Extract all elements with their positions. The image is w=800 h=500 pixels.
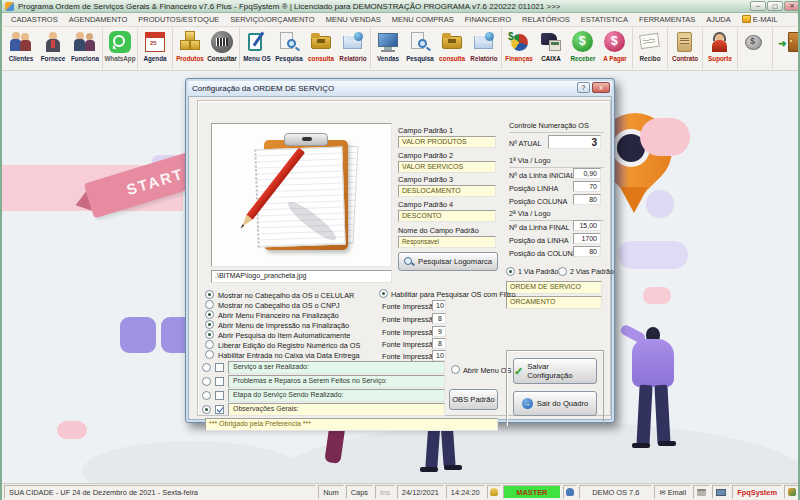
toolbar-contrato[interactable]: Contrato [669,28,701,69]
opt-celular-radio[interactable] [205,290,214,299]
toolbar-financas[interactable]: $ Finanças [503,28,535,69]
num-atual-field[interactable]: 3 [548,135,601,149]
opt-menu-financeiro-label: Abrir Menu Financeiro na Finalização [218,311,339,320]
etapa-servico-field[interactable]: Etapa do Serviço Sendo Realizado: [228,389,445,402]
menu-email[interactable]: E-MAIL [737,15,783,24]
toolbar-produtos[interactable]: Produtos [174,28,206,69]
menu-agendamento[interactable]: AGENDAMENTO [64,15,133,24]
menu-financeiro[interactable]: FINANCEIRO [460,15,516,24]
radio-2-vias-padrao[interactable] [558,267,567,276]
campo2-field[interactable]: VALOR SERVICOS [398,161,496,173]
orcamento-name-field[interactable]: ORCAMENTO [506,296,602,309]
menu-compras[interactable]: MENU COMPRAS [387,15,459,24]
ordem-servico-name-field[interactable]: ORDEM DE SERVICO [506,281,602,294]
supplier-icon [41,30,65,54]
menu-servico-orcamento[interactable]: SERVIÇO/ORÇAMENTO [225,15,319,24]
campo1-field[interactable]: VALOR PRODUTOS [398,136,496,148]
via2-row3-field[interactable]: 80 [573,246,601,257]
maximize-button[interactable]: ▢ [767,1,783,11]
servico-realizado-radio[interactable] [202,363,211,372]
toolbar-consulta-1[interactable]: consulta [305,28,337,69]
toolbar-consulta-2[interactable]: consulta [436,28,468,69]
via2-row1-field[interactable]: 15,00 [573,220,601,231]
toolbar-suporte[interactable]: Suporte [704,28,736,69]
via1-row1-field[interactable]: 0,90 [573,168,601,179]
toolbar-funciona[interactable]: Funciona [69,28,101,69]
toolbar-menu-os[interactable]: Menu OS [241,28,273,69]
observacoes-gerais-checkbox[interactable] [215,405,224,414]
campo3-field[interactable]: DESLOCAMENTO [398,185,496,197]
opt-liberar-edicao-radio[interactable] [205,340,214,349]
magnifier-icon [404,257,414,267]
observacoes-gerais-field[interactable]: Observações Gerais: [228,403,445,416]
status-printer[interactable] [693,485,710,499]
via2-row2-field[interactable]: 1700 [573,233,601,244]
toolbar-receber[interactable]: $ Receber [567,28,599,69]
toolbar-coin[interactable]: $ [739,28,771,69]
opt-menu-impressao-radio[interactable] [205,320,214,329]
via1-row3-field[interactable]: 80 [573,194,601,205]
opt-menu-financeiro-radio[interactable] [205,310,214,319]
toolbar-agenda[interactable]: 25 Agenda [139,28,171,69]
menu-cadastros[interactable]: CADASTROS [6,15,63,24]
toolbar-relatorio-2[interactable]: Relatório [468,28,500,69]
dialog-close-button[interactable]: x [592,82,610,93]
opt-cnpj-radio[interactable] [205,300,214,309]
fonte1-field[interactable]: 10 [432,300,446,311]
nome-campo-field[interactable]: Responsavel [398,236,496,248]
toolbar-a-pagar[interactable]: $ A Pagar [599,28,631,69]
status-monitor[interactable] [712,485,730,499]
menu-ajuda[interactable]: AJUDA [701,15,736,24]
campo4-field[interactable]: DESCONTO [398,210,496,222]
problemas-reparos-radio[interactable] [202,377,211,386]
toolbar-consultar[interactable]: Consultar [206,28,238,69]
menu-vendas[interactable]: MENU VENDAS [321,15,386,24]
toolbar-relatorio-1[interactable]: Relatório [337,28,369,69]
radio-1-via-padrao[interactable] [506,267,515,276]
pesquisar-logomarca-button[interactable]: Pesquisar Logomarca [398,252,498,271]
problemas-reparos-field[interactable]: Problemas e Reparos a Serem Feitos no Se… [228,375,445,388]
envelope-icon: ✉ [659,488,665,497]
menu-estatistica[interactable]: ESTATISTICA [576,15,633,24]
toolbar-clientes[interactable]: Clientes [5,28,37,69]
filtro-radio[interactable] [379,289,388,298]
opt-entrada-caixa-radio[interactable] [205,350,214,359]
fonte2-field[interactable]: 8 [432,313,446,324]
opt-pesquisa-item-radio[interactable] [205,330,214,339]
servico-realizado-field[interactable]: Serviço a ser Realizado: [228,361,445,374]
observacoes-gerais-radio[interactable] [202,405,211,414]
toolbar-exit[interactable]: ➜ [774,28,800,69]
preferencia-note-field[interactable]: *** Obrigado pela Preferencia *** [205,418,498,431]
obs-padrao-button[interactable]: OBS Padrão [449,389,498,410]
support-icon [708,30,732,54]
salvar-configuracao-button[interactable]: ✓ Salvar Configuração [513,358,597,384]
fonte4-field[interactable]: 8 [432,338,446,349]
problemas-reparos-checkbox[interactable] [215,377,224,386]
toolbar: Clientes Fornece Funciona [2,27,800,71]
servico-realizado-checkbox[interactable] [215,363,224,372]
menu-relatorios[interactable]: RELATÓRIOS [517,15,575,24]
toolbar-recibo[interactable]: Recibo [634,28,666,69]
status-email[interactable]: ✉Email [654,485,691,499]
toolbar-pesquisa-1[interactable]: Pesquisa [273,28,305,69]
abrir-menu-os-radio[interactable] [451,365,460,374]
via1-row2-field[interactable]: 70 [573,181,601,192]
toolbar-fornece[interactable]: Fornece [37,28,69,69]
toolbar-whatsapp[interactable]: WhatsApp [104,28,136,69]
etapa-servico-radio[interactable] [202,391,211,400]
dialog-help-button[interactable]: ? [577,82,590,93]
pay-money-icon: $ [603,30,627,54]
toolbar-caixa[interactable]: CAIXA [535,28,567,69]
toolbar-pesquisa-2[interactable]: Pesquisa [404,28,436,69]
minimize-button[interactable]: ─ [750,1,766,11]
dialog-titlebar[interactable]: Configuração da ORDEM DE SERVIÇO ? x [188,81,612,96]
menu-ferramentas[interactable]: FERRAMENTAS [634,15,700,24]
logo-path-field[interactable]: .\BITMAP\logo_prancheta.jpg [211,270,392,283]
menu-produtos-estoque[interactable]: PRODUTOS/ESTOQUE [133,15,224,24]
sair-do-quadro-button[interactable]: → Sair do Quadro [513,391,597,416]
close-button[interactable]: ✕ [784,1,800,11]
toolbar-vendas[interactable]: Vendas [372,28,404,69]
etapa-servico-checkbox[interactable] [215,391,224,400]
fonte3-field[interactable]: 9 [432,326,446,337]
fonte5-field[interactable]: 10 [432,350,446,361]
